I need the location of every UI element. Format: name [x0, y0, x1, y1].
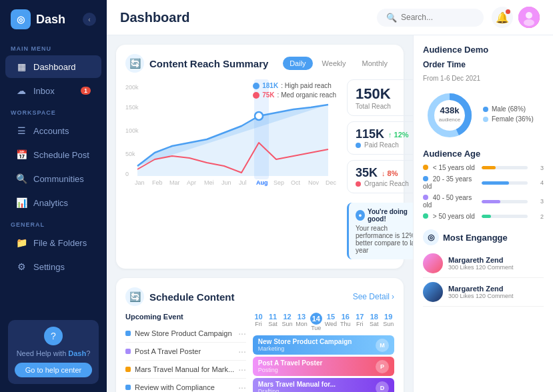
schedule-icon: 📅 [16, 149, 27, 160]
organic-reach-value: 35K [356, 166, 378, 180]
schedule-header: 🔄 Schedule Content See Detail › [125, 287, 394, 306]
sidebar: ◎ Dash ‹ MAIN MENU ▦ Dashboard ☁ Inbox 1… [0, 0, 107, 392]
sidebar-item-schedule-post[interactable]: 📅 Schedule Post [5, 143, 101, 166]
event-item-3: Review with Compliance ··· [125, 379, 246, 392]
help-center-btn[interactable]: Go to help center [15, 363, 92, 377]
sidebar-item-communities[interactable]: 🔍 Communities [5, 167, 101, 190]
svg-point-2 [524, 19, 534, 26]
general-label: GENERAL [0, 215, 107, 231]
cal-day-8[interactable]: 18 Sat [368, 313, 380, 331]
svg-text:Apr: Apr [187, 179, 196, 186]
sidebar-item-dashboard[interactable]: ▦ Dashboard [5, 55, 101, 78]
dashboard-icon: ▦ [16, 61, 27, 72]
cal-day-1[interactable]: 11 Sat [267, 313, 278, 331]
see-detail-btn[interactable]: See Detail › [353, 292, 394, 301]
doily-good-text: You're doing good! [368, 208, 413, 223]
event-menu-3[interactable]: ··· [238, 382, 246, 392]
age-track-1 [482, 181, 528, 185]
sidebar-item-accounts[interactable]: ☰ Accounts [5, 119, 101, 142]
donut-container: 438k audience Male (68%) Female (36%) [423, 89, 544, 142]
age-label-2: 40 - 50 years old [423, 194, 476, 209]
tab-daily[interactable]: Daily [283, 57, 312, 70]
age-track-3 [482, 215, 528, 218]
age-val-3: 2 [533, 213, 544, 220]
cal-event-0-name: New Store Product Campaign [258, 338, 372, 345]
svg-text:Jun: Jun [221, 179, 231, 186]
schedule-content: Upcoming Event New Store Product Campaig… [125, 313, 394, 392]
search-input[interactable] [401, 13, 481, 22]
analytics-icon: 📊 [16, 197, 27, 208]
content-area: 🔄 Content Reach Summary Daily Weekly Mon… [107, 35, 553, 392]
legend-med-value: 75K [262, 91, 274, 99]
cal-day-7[interactable]: 17 Fri [354, 313, 366, 331]
cal-event-2-sub: Drafting [258, 388, 372, 392]
cal-day-2[interactable]: 12 Sun [282, 313, 293, 331]
svg-text:audience: audience [439, 117, 461, 123]
paid-reach-label: Paid Reach [364, 141, 399, 149]
cal-day-5[interactable]: 15 Wed [325, 313, 337, 331]
schedule-title: Schedule Content [149, 291, 348, 303]
organic-reach-stat: 35K ↓ 8% Organic Reach [347, 160, 413, 193]
age-row-2: 40 - 50 years old 3 [423, 194, 544, 209]
svg-point-9 [255, 112, 263, 120]
event-menu-2[interactable]: ··· [238, 364, 246, 375]
cal-day-today[interactable]: 14 Tue [310, 313, 322, 331]
svg-text:50k: 50k [125, 151, 135, 157]
schedule-card: 🔄 Schedule Content See Detail › Upcoming… [116, 278, 404, 392]
sidebar-item-analytics[interactable]: 📊 Analytics [5, 191, 101, 214]
audience-age-title: Audience Age [423, 149, 544, 159]
male-label: Male (68%) [483, 105, 534, 113]
cal-day-9[interactable]: 19 Sun [383, 313, 394, 331]
help-box: ? Need Help with Dash? Go to help center [8, 320, 99, 384]
tab-monthly[interactable]: Monthly [355, 57, 394, 70]
svg-text:Jan: Jan [135, 179, 145, 186]
chart-container: 200k 150k 100k 50k 0 [125, 79, 339, 259]
event-item-1: Post A Travel Poster ··· [125, 343, 246, 361]
sidebar-item-inbox[interactable]: ☁ Inbox 1 [5, 79, 101, 102]
main-panel: Dashboard 🔍 🔔 🔄 Content Reach Summary [107, 0, 553, 392]
total-reach-label: Total Reach [356, 103, 413, 110]
age-val-2: 3 [533, 198, 544, 205]
sidebar-title: Dash [36, 13, 65, 27]
reach-title: Content Reach Summary [149, 58, 278, 69]
cal-event-0-avatar: M [376, 339, 389, 352]
donut-labels: Male (68%) Female (36%) [483, 105, 534, 125]
event-name-3: Review with Compliance [135, 383, 234, 391]
cal-day-6[interactable]: 16 Thu [340, 313, 351, 331]
accounts-icon: ☰ [16, 125, 27, 136]
audience-demo-title: Audience Demo [423, 45, 544, 55]
event-name-2: Mars Travel Manual for Mark... [135, 365, 234, 373]
page-title: Dashboard [120, 10, 369, 25]
header-icons: 🔔 [492, 7, 540, 28]
calendar-days: 10 Fri 11 Sat 12 Sun [253, 313, 394, 331]
cal-event-0: New Store Product Campaign Marketing M [253, 335, 394, 355]
engaged-stats-0: 300 Likes 120 Comment [448, 264, 544, 271]
engaged-info-0: Margareth Zend 300 Likes 120 Comment [448, 256, 544, 271]
tab-weekly[interactable]: Weekly [316, 57, 353, 70]
inbox-badge: 1 [81, 87, 91, 95]
engaged-item-1: Margareth Zend 300 Likes 120 Comment [423, 278, 544, 307]
legend-high-value: 181K [262, 82, 278, 89]
search-bar[interactable]: 🔍 [377, 9, 484, 27]
order-time-date: From 1-6 Dec 2021 [423, 75, 544, 82]
engaged-icon: ◎ [423, 229, 439, 245]
sidebar-header: ◎ Dash ‹ [0, 0, 107, 39]
event-menu-1[interactable]: ··· [238, 346, 246, 357]
sidebar-item-settings[interactable]: ⚙ Settings [5, 255, 101, 278]
sidebar-collapse-btn[interactable]: ‹ [83, 13, 96, 26]
sidebar-item-files[interactable]: 📁 File & Folders [5, 231, 101, 254]
cal-event-1-name: Post A Travel Poster [258, 359, 372, 367]
cal-day-0[interactable]: 10 Fri [253, 313, 264, 331]
svg-text:Jul: Jul [239, 179, 247, 186]
event-menu-0[interactable]: ··· [238, 328, 246, 339]
cal-day-3[interactable]: 13 Mon [296, 313, 308, 331]
age-row-0: < 15 years old 3 [423, 164, 544, 171]
cal-event-1: Post A Travel Poster Posting P [253, 357, 394, 376]
notification-btn[interactable]: 🔔 [492, 7, 513, 28]
search-icon: 🔍 [386, 13, 397, 23]
main-menu-label: MAIN MENU [0, 39, 107, 55]
communities-icon: 🔍 [16, 173, 27, 184]
workspace-label: WORKSPACE [0, 103, 107, 119]
tab-group: Daily Weekly Monthly [283, 57, 394, 70]
svg-text:Nov: Nov [308, 179, 320, 186]
